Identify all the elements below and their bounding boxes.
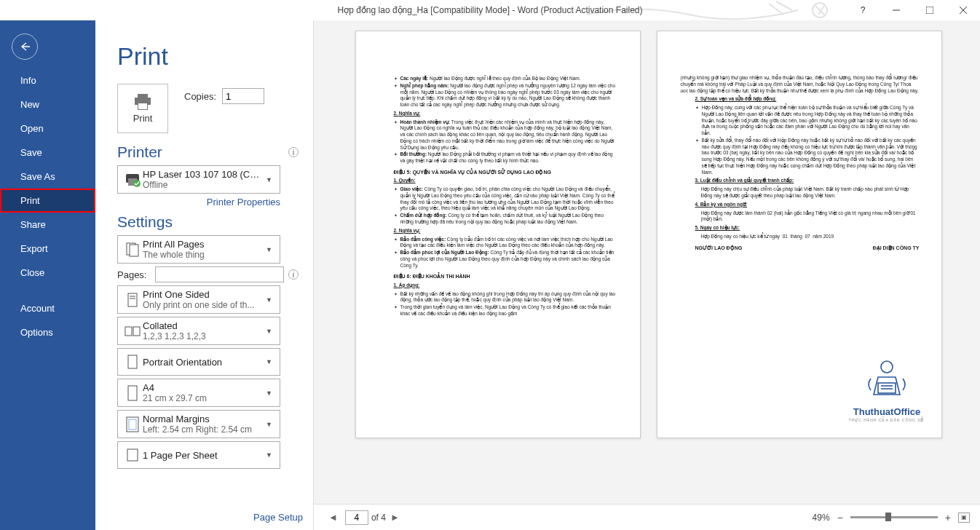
orientation-dropdown[interactable]: Portrait Orientation ▼ bbox=[117, 348, 280, 376]
svg-rect-22 bbox=[878, 383, 896, 393]
fit-page-button[interactable]: ▣ bbox=[958, 513, 970, 523]
svg-rect-17 bbox=[128, 386, 137, 400]
sheet-icon bbox=[122, 448, 143, 462]
zoom-slider[interactable] bbox=[850, 516, 938, 518]
caret-icon: ▼ bbox=[263, 176, 275, 183]
minimize-button[interactable] bbox=[880, 0, 913, 20]
svg-rect-5 bbox=[138, 103, 147, 109]
info-icon[interactable]: i bbox=[288, 147, 299, 157]
portrait-icon bbox=[122, 355, 143, 369]
zoom-value: 49% bbox=[813, 513, 830, 523]
svg-rect-14 bbox=[125, 327, 132, 336]
printer-icon bbox=[122, 173, 143, 187]
margins-icon bbox=[122, 416, 143, 432]
svg-rect-16 bbox=[128, 355, 137, 368]
prev-page-button[interactable]: ◄ bbox=[324, 512, 342, 523]
paper-icon bbox=[122, 385, 143, 401]
sidebar-item-close[interactable]: Close bbox=[0, 261, 95, 285]
printer-heading: Printer bbox=[117, 143, 162, 161]
printer-name: HP Laser 103 107 108 (Copy 1) bbox=[143, 169, 263, 180]
pages-input[interactable] bbox=[155, 266, 284, 282]
close-button[interactable] bbox=[947, 0, 980, 20]
sidebar-item-export[interactable]: Export bbox=[0, 237, 95, 261]
pages-per-sheet-dropdown[interactable]: 1 Page Per Sheet ▼ bbox=[117, 441, 280, 469]
caret-icon: ▼ bbox=[263, 296, 275, 304]
page-count-label: of 4 bbox=[371, 513, 386, 523]
maximize-button[interactable] bbox=[913, 0, 947, 20]
preview-page-left: Các ngày lễ: Người lao Động được nghỉ lễ… bbox=[355, 31, 641, 438]
pages-icon bbox=[122, 242, 143, 258]
svg-rect-2 bbox=[926, 7, 933, 14]
back-button[interactable] bbox=[12, 33, 38, 60]
margins-dropdown[interactable]: Normal MarginsLeft: 2.54 cm Right: 2.54 … bbox=[117, 410, 280, 438]
caret-icon: ▼ bbox=[263, 451, 275, 459]
printer-status: Offline bbox=[143, 180, 263, 190]
decorative-swirl bbox=[580, 0, 871, 20]
settings-heading: Settings bbox=[117, 213, 173, 231]
page-setup-link[interactable]: Page Setup bbox=[253, 512, 303, 523]
sidebar-item-save-as[interactable]: Save As bbox=[0, 165, 95, 189]
caret-icon: ▼ bbox=[263, 421, 275, 428]
page-title: Print bbox=[117, 42, 299, 71]
preview-page-right: (nhưng không giới hạn) thư giao nhiệm vụ… bbox=[657, 31, 942, 438]
sides-dropdown[interactable]: Print One SidedOnly print on one side of… bbox=[117, 285, 280, 314]
sidebar-item-open[interactable]: Open bbox=[0, 116, 95, 141]
zoom-in-button[interactable]: + bbox=[944, 512, 952, 523]
sidebar-item-new[interactable]: New bbox=[0, 92, 95, 116]
copies-label: Copies: bbox=[184, 91, 216, 102]
sidebar-item-share[interactable]: Share bbox=[0, 213, 95, 237]
svg-rect-20 bbox=[127, 449, 138, 461]
svg-point-21 bbox=[881, 361, 893, 373]
sidebar-item-print[interactable]: Print bbox=[0, 189, 95, 213]
pages-label: Pages: bbox=[117, 269, 151, 280]
watermark-logo: ThuthuatOffice THỰC HÀNH CỦA DÂN CÔNG SỞ bbox=[849, 357, 925, 423]
copies-input[interactable] bbox=[222, 88, 264, 104]
svg-rect-15 bbox=[133, 327, 140, 336]
collate-dropdown[interactable]: Collated1,2,3 1,2,3 1,2,3 ▼ bbox=[117, 317, 280, 345]
print-range-dropdown[interactable]: Print All PagesThe whole thing ▼ bbox=[117, 235, 280, 264]
printer-properties-link[interactable]: Printer Properties bbox=[117, 197, 280, 207]
print-preview: Các ngày lễ: Người lao Động được nghỉ lễ… bbox=[314, 20, 980, 530]
caret-icon: ▼ bbox=[263, 328, 275, 335]
info-icon[interactable]: i bbox=[288, 269, 299, 280]
backstage-sidebar: Info New Open Save Save As Print Share E… bbox=[0, 20, 95, 530]
next-page-button[interactable]: ► bbox=[386, 512, 404, 523]
paper-size-dropdown[interactable]: A421 cm x 29.7 cm ▼ bbox=[117, 379, 280, 407]
caret-icon: ▼ bbox=[263, 389, 275, 397]
svg-rect-10 bbox=[130, 245, 138, 256]
sidebar-item-save[interactable]: Save bbox=[0, 141, 95, 165]
print-button-label: Print bbox=[133, 113, 153, 124]
caret-icon: ▼ bbox=[263, 358, 275, 365]
collated-icon bbox=[122, 324, 143, 339]
sidebar-item-options[interactable]: Options bbox=[0, 320, 95, 344]
one-sided-icon bbox=[122, 292, 143, 308]
caret-icon: ▼ bbox=[263, 246, 275, 253]
sidebar-item-info[interactable]: Info bbox=[0, 68, 95, 92]
current-page-input[interactable] bbox=[345, 510, 368, 525]
printer-dropdown[interactable]: HP Laser 103 107 108 (Copy 1) Offline ▼ bbox=[117, 165, 280, 194]
print-button[interactable]: Print bbox=[117, 84, 168, 133]
sidebar-item-account[interactable]: Account bbox=[0, 296, 95, 320]
zoom-out-button[interactable]: − bbox=[836, 512, 845, 523]
help-button[interactable]: ? bbox=[846, 0, 880, 20]
svg-rect-11 bbox=[128, 293, 137, 306]
